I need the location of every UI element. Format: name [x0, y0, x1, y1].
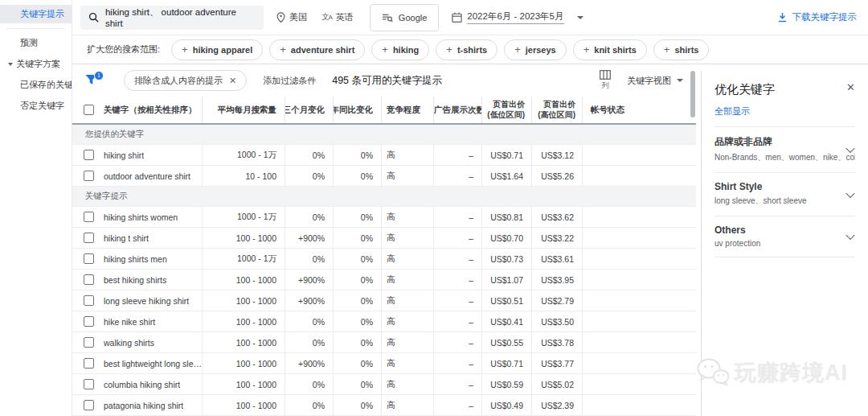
language-selector[interactable]: 文A 英语 — [321, 11, 354, 23]
broaden-chip[interactable]: + hiking — [371, 39, 429, 60]
caret-down-icon — [677, 79, 683, 82]
header-ad-impression-share[interactable]: 广告展示次数份额 — [434, 97, 482, 123]
keyword-text: walking shirts — [104, 338, 154, 348]
keyword-cell: hiking shirt — [72, 145, 203, 165]
keyword-cell: long sleeve hiking shirt — [72, 290, 203, 311]
account-status-cell — [583, 249, 696, 269]
table-row[interactable]: outdoor adventure shirt 10 - 100 0% 0% 高… — [72, 166, 696, 187]
avg-monthly-searches-cell: 100 - 1000 — [203, 270, 285, 290]
show-all-link[interactable]: 全部显示 — [714, 105, 855, 117]
table-row[interactable]: hiking shirts women 1000 - 1万 0% 0% 高 – … — [72, 207, 696, 228]
table-section-header: 关键字提示 — [72, 187, 696, 207]
table-row[interactable]: patagonia hiking shirt 100 - 1000 0% 0% … — [72, 395, 696, 416]
refine-group[interactable]: 品牌或非品牌 Non-Brands、men、women、nike、columbi… — [714, 127, 855, 173]
yoy-change-cell: 0% — [334, 353, 382, 373]
columns-button[interactable]: 列 — [600, 70, 611, 91]
keyword-text: columbia hiking shirt — [104, 380, 180, 389]
competition-cell: 高 — [382, 311, 434, 332]
table-row[interactable]: walking shirts 100 - 1000 0% 0% 高 – US$0… — [72, 332, 696, 353]
plus-icon: + — [583, 44, 590, 55]
refine-group[interactable]: Shirt Style long sleeve、short sleeve — [714, 173, 855, 216]
active-filter-chip[interactable]: 排除含成人内容的提示 ✕ — [124, 70, 247, 91]
location-selector[interactable]: 美国 — [276, 11, 307, 23]
table-row[interactable]: hiking t shirt 100 - 1000 +900% 0% 高 – U… — [72, 228, 696, 249]
row-checkbox[interactable] — [84, 171, 94, 181]
sidebar-item-negative-keywords[interactable]: 否定关键字 — [0, 97, 72, 115]
header-top-of-page-bid-low[interactable]: 页首出价(低位区间) — [482, 97, 532, 123]
account-status-cell — [583, 311, 696, 332]
download-keyword-ideas-button[interactable]: 下载关键字提示 — [777, 11, 858, 23]
keyword-view-dropdown[interactable]: 关键字视图 — [627, 75, 683, 87]
table-row[interactable]: hike nike shirt 100 - 1000 0% 0% 高 – US$… — [72, 311, 696, 332]
main-area: hiking shirt、 outdoor adventure shirt 美国… — [72, 0, 868, 416]
ad-impression-share-cell: – — [434, 395, 482, 415]
broaden-chip[interactable]: + adventure shirt — [269, 39, 365, 60]
header-account-status[interactable]: 帐号状态 — [583, 97, 696, 123]
keyword-text: long sleeve hiking shirt — [104, 296, 189, 306]
network-selector[interactable]: Google — [370, 4, 439, 31]
header-avg-monthly-searches[interactable]: 平均每月搜索量 — [203, 97, 285, 123]
three-month-change-cell: +900% — [285, 353, 334, 373]
keyword-cell: outdoor adventure shirt — [72, 166, 203, 186]
keyword-cell: columbia hiking shirt — [72, 374, 203, 394]
row-checkbox[interactable] — [84, 379, 94, 389]
account-status-cell — [583, 290, 696, 311]
row-checkbox[interactable] — [84, 358, 94, 369]
broaden-chip-list: + hiking apparel + adventure shirt + hik… — [171, 39, 709, 60]
table-controls: 列 关键字视图 — [600, 70, 683, 91]
table-row[interactable]: hiking shirts men 1000 - 1万 0% 0% 高 – US… — [72, 249, 696, 270]
add-filter-button[interactable]: 添加过滤条件 — [263, 75, 316, 87]
row-checkbox[interactable] — [84, 233, 94, 243]
ad-impression-share-cell: – — [434, 145, 482, 165]
filter-button[interactable]: 1 — [85, 74, 100, 87]
broaden-search-label: 扩大您的搜索范围: — [87, 43, 160, 56]
account-status-cell — [583, 228, 696, 248]
vertical-scrollbar[interactable] — [690, 71, 695, 117]
row-checkbox[interactable] — [84, 400, 94, 410]
broaden-chip-label: hiking — [393, 45, 419, 55]
header-keyword[interactable]: 关键字（按相关性排序） — [72, 97, 203, 123]
row-checkbox[interactable] — [84, 212, 94, 222]
broaden-chip[interactable]: + knit shirts — [573, 39, 647, 60]
keyword-cell: best lightweight long sleeve hiking… — [72, 353, 203, 373]
sidebar-item-forecast[interactable]: 预测 — [0, 34, 72, 52]
keyword-cell: hike nike shirt — [72, 311, 203, 332]
yoy-change-cell: 0% — [334, 145, 382, 165]
sidebar-item-saved-keywords[interactable]: 已保存的关键字 — [0, 76, 72, 94]
keyword-text: hiking shirt — [104, 150, 144, 160]
row-checkbox[interactable] — [84, 150, 94, 160]
row-checkbox[interactable] — [84, 295, 94, 306]
row-checkbox[interactable] — [84, 337, 94, 348]
table-row[interactable]: columbia hiking shirt 100 - 1000 0% 0% 高… — [72, 374, 696, 395]
header-top-of-page-bid-high[interactable]: 页首出价(高位区间) — [532, 97, 583, 123]
table-row[interactable]: hiking shirt 1000 - 1万 0% 0% 高 – US$0.71… — [72, 145, 696, 166]
sidebar-item-keyword-plan[interactable]: 关键字方案 — [0, 55, 72, 73]
header-yoy-change[interactable]: 年同比变化 — [334, 97, 382, 123]
keyword-table-area: 1 排除含成人内容的提示 ✕ 添加过滤条件 495 条可用的关键字提示 列 关键… — [72, 64, 696, 416]
keyword-cell: walking shirts — [72, 332, 203, 352]
header-competition[interactable]: 竞争程度 — [382, 97, 434, 123]
sidebar: 关键字提示 预测 关键字方案 已保存的关键字 否定关键字 — [0, 0, 72, 416]
table-row[interactable]: best lightweight long sleeve hiking… 100… — [72, 353, 696, 374]
sidebar-item-keyword-ideas[interactable]: 关键字提示 — [0, 5, 72, 23]
bid-high-cell: US$2.39 — [532, 395, 583, 415]
row-checkbox[interactable] — [84, 274, 94, 285]
table-row[interactable]: long sleeve hiking shirt 100 - 1000 +900… — [72, 290, 696, 311]
header-three-month-change[interactable]: 三个月变化 — [285, 97, 334, 123]
remove-filter-icon[interactable]: ✕ — [229, 76, 236, 86]
broaden-chip[interactable]: + t-shirts — [436, 39, 497, 60]
broaden-chip[interactable]: + shirts — [653, 39, 710, 60]
broaden-chip[interactable]: + jerseys — [504, 39, 567, 60]
broaden-chip[interactable]: + hiking apparel — [171, 39, 263, 60]
table-row[interactable]: best hiking shirts 100 - 1000 +900% 0% 高… — [72, 270, 696, 290]
select-all-checkbox[interactable] — [84, 105, 94, 115]
avg-monthly-searches-cell: 100 - 1000 — [203, 332, 285, 352]
date-range-selector[interactable]: 2022年6月 - 2023年5月 — [452, 10, 583, 24]
refine-group[interactable]: Others uv protection — [714, 216, 855, 257]
keyword-cell: hiking t shirt — [72, 228, 203, 248]
keywords-search-input[interactable]: hiking shirt、 outdoor adventure shirt — [80, 6, 264, 30]
row-checkbox[interactable] — [84, 253, 94, 264]
ad-impression-share-cell: – — [434, 166, 482, 186]
row-checkbox[interactable] — [84, 316, 94, 327]
close-icon[interactable]: ✕ — [846, 82, 855, 93]
